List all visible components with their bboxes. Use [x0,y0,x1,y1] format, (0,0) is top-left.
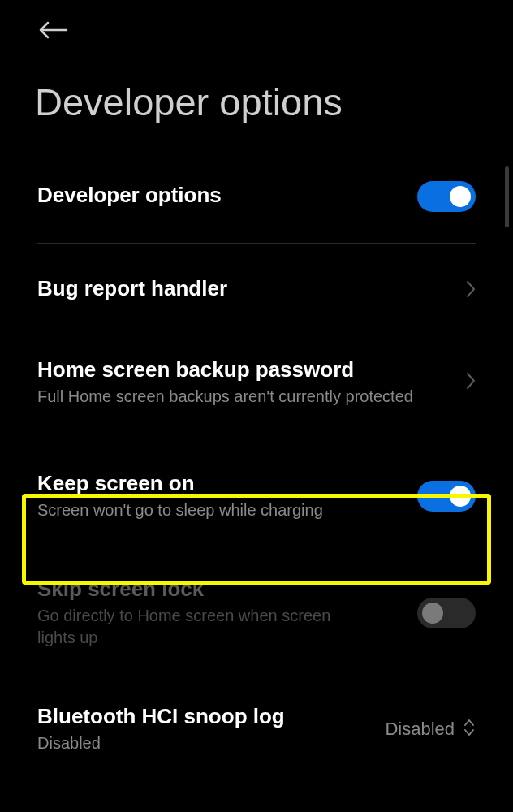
setting-bug-report-handler[interactable]: Bug report handler [0,268,513,341]
toggle-thumb [450,486,471,507]
chevron-right-icon [466,372,476,393]
arrow-left-icon [39,28,68,41]
page-title: Developer options [35,80,343,124]
setting-home-screen-backup-password[interactable]: Home screen backup password Full Home sc… [0,341,513,424]
toggle-thumb [422,603,443,624]
setting-title: Skip screen lock [37,577,417,602]
setting-bluetooth-hci-snoop-log[interactable]: Bluetooth HCI snoop log Disabled Disable… [0,696,513,762]
toggle-thumb [450,186,471,207]
toggle-skip-screen-lock [417,598,476,628]
setting-subtitle: Go directly to Home screen when screen l… [37,605,362,649]
setting-subtitle: Disabled [37,732,385,754]
setting-subtitle: Screen won't go to sleep while charging [37,499,417,521]
setting-skip-screen-lock: Skip screen lock Go directly to Home scr… [0,568,513,657]
setting-keep-screen-on[interactable]: Keep screen on Screen won't go to sleep … [0,456,513,536]
setting-title: Bug report handler [37,276,456,301]
toggle-developer-options[interactable] [417,181,476,212]
setting-subtitle: Full Home screen backups aren't currentl… [37,386,456,408]
toggle-keep-screen-on[interactable] [417,481,476,512]
setting-title: Developer options [37,183,417,208]
setting-title: Bluetooth HCI snoop log [37,704,385,729]
divider [37,243,476,244]
chevron-updown-icon [463,718,476,741]
setting-developer-options[interactable]: Developer options [0,158,513,235]
setting-title: Keep screen on [37,471,417,496]
setting-value: Disabled [385,719,455,740]
back-button[interactable] [39,21,68,42]
chevron-right-icon [466,280,476,301]
setting-title: Home screen backup password [37,357,456,382]
